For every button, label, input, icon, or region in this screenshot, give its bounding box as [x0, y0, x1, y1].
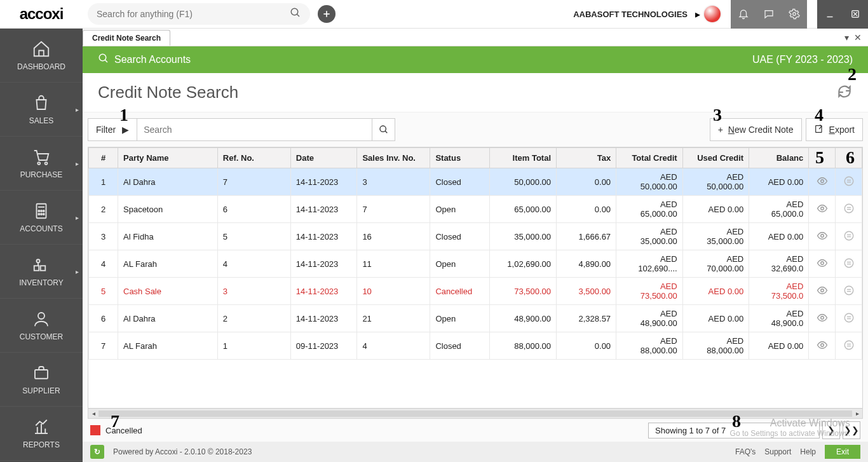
add-button[interactable] [318, 5, 336, 23]
top-right: AABASOFT TECHNOLOGIES ▸ [573, 0, 868, 29]
view-row-button[interactable] [809, 196, 836, 223]
svg-line-29 [105, 60, 107, 62]
col-party[interactable]: Party Name [118, 148, 218, 168]
global-search[interactable] [88, 3, 310, 25]
footer-help[interactable]: Help [800, 447, 816, 456]
cell-index: 6 [89, 305, 118, 332]
tab-dropdown-icon[interactable]: ▾ [844, 32, 849, 43]
refresh-button[interactable] [836, 83, 853, 102]
row-more-button[interactable] [836, 305, 862, 332]
cell-index: 4 [89, 250, 118, 278]
nav-label: DASHBOARD [17, 62, 65, 71]
cell-balance: AED 0.00 [749, 168, 809, 196]
table-row[interactable]: 1Al Dahra714-11-20233Closed50,000.000.00… [89, 168, 862, 196]
col-date[interactable]: Date [290, 148, 357, 168]
footer-faq[interactable]: FAQ's [735, 447, 756, 456]
new-credit-note-button[interactable]: + New Credit Note [710, 118, 802, 141]
view-row-button[interactable] [809, 278, 836, 305]
tab-close-icon[interactable]: ✕ [854, 32, 862, 43]
horizontal-scrollbar[interactable]: ◂ ▸ [88, 408, 862, 418]
view-row-button[interactable] [809, 305, 836, 332]
chat-icon[interactable] [756, 0, 782, 29]
chevron-right-icon: ▸ [76, 160, 79, 167]
table-search-button[interactable] [372, 118, 395, 141]
col-ref[interactable]: Ref. No. [217, 148, 290, 168]
cell-tax: 2,328.57 [557, 305, 616, 332]
nav-supplier[interactable]: SUPPLIER [0, 353, 83, 407]
col-tax[interactable]: Tax [557, 148, 616, 168]
col-used-credit[interactable]: Used Credit [682, 148, 749, 168]
table-search[interactable] [137, 118, 372, 141]
row-more-button[interactable] [836, 332, 862, 360]
export-button[interactable]: Export [806, 118, 863, 141]
global-search-input[interactable] [97, 9, 290, 19]
table-row[interactable]: 3Al Fidha514-11-202316Closed35,000.001,6… [89, 223, 862, 250]
cell-tax: 3,500.00 [557, 278, 616, 305]
nav-accounts[interactable]: ACCOUNTS ▸ [0, 191, 83, 245]
user-icon [32, 309, 51, 329]
chevron-right-icon: ▸ [76, 268, 79, 275]
nav-label: ACCOUNTS [20, 224, 62, 233]
nav-customer[interactable]: CUSTOMER [0, 299, 83, 353]
col-status[interactable]: Status [430, 148, 490, 168]
exit-button[interactable]: Exit [825, 445, 860, 459]
nav-sales[interactable]: SALES ▸ [0, 83, 83, 137]
cell-status: Closed [430, 223, 490, 250]
tab-credit-note-search[interactable]: Credit Note Search [83, 30, 170, 46]
table-search-input[interactable] [144, 125, 365, 135]
view-row-button[interactable] [809, 223, 836, 250]
table-row[interactable]: 7AL Farah109-11-20234Closed88,000.000.00… [89, 332, 862, 360]
nav-purchase[interactable]: PURCHASE ▸ [0, 137, 83, 191]
cell-item-total: 65,000.00 [490, 196, 557, 223]
cell-used-credit: AED 35,000.00 [682, 223, 749, 250]
cell-balance: AED 32,690.0 [749, 250, 809, 278]
col-item-total[interactable]: Item Total [490, 148, 557, 168]
cell-used-credit: AED 70,000.00 [682, 250, 749, 278]
row-more-button[interactable] [836, 278, 862, 305]
view-row-button[interactable] [809, 168, 836, 196]
view-row-button[interactable] [809, 332, 836, 360]
row-more-button[interactable] [836, 168, 862, 196]
nav-dashboard[interactable]: DASHBOARD [0, 29, 83, 83]
svg-point-54 [844, 313, 853, 322]
col-balance[interactable]: Balanc [749, 148, 809, 168]
filter-button[interactable]: Filter ▶ [88, 118, 137, 141]
gear-icon[interactable] [782, 0, 807, 29]
cell-ref: 1 [217, 332, 290, 360]
cell-used-credit: AED 0.00 [682, 278, 749, 305]
scroll-right-icon[interactable]: ▸ [852, 410, 862, 417]
col-total-credit[interactable]: Total Credit [616, 148, 683, 168]
search-accounts-bar: Search Accounts UAE (FY 2023 - 2023) [83, 46, 868, 73]
cell-index: 7 [89, 332, 118, 360]
pager-next-button[interactable]: ❯ [822, 421, 840, 439]
bell-icon[interactable] [731, 0, 756, 29]
table-row[interactable]: 6Al Dahra214-11-202321Open48,900.002,328… [89, 305, 862, 332]
table-row[interactable]: 4AL Farah414-11-202311Open1,02,690.004,8… [89, 250, 862, 278]
row-more-button[interactable] [836, 250, 862, 278]
search-icon [290, 7, 301, 21]
close-window-icon[interactable] [843, 0, 868, 29]
table-row[interactable]: 5Cash Sale314-11-202310Cancelled73,500.0… [89, 278, 862, 305]
svg-point-9 [37, 162, 40, 165]
scroll-left-icon[interactable]: ◂ [88, 410, 98, 417]
cell-ref: 3 [217, 278, 290, 305]
footer-support[interactable]: Support [764, 447, 791, 456]
pager-last-button[interactable]: ❯❯ [843, 421, 860, 439]
row-more-button[interactable] [836, 196, 862, 223]
scroll-track[interactable] [98, 411, 852, 417]
cell-item-total: 50,000.00 [490, 168, 557, 196]
pager-info: Showing 1 to 7 of 7 [648, 423, 820, 438]
tabbar: Credit Note Search ▾ ✕ [83, 29, 868, 46]
cell-used-credit: AED 0.00 [682, 196, 749, 223]
view-row-button[interactable] [809, 250, 836, 278]
minimize-icon[interactable] [817, 0, 843, 29]
table-row[interactable]: 2Spacetoon614-11-20237Open65,000.000.00A… [89, 196, 862, 223]
row-more-button[interactable] [836, 223, 862, 250]
nav-inventory[interactable]: INVENTORY ▸ [0, 245, 83, 299]
legend-row: 7 Cancelled 8 Showing 1 to 7 of 7 ❯ ❯❯ [83, 419, 868, 442]
company-label[interactable]: AABASOFT TECHNOLOGIES [573, 10, 688, 19]
col-index[interactable]: # [89, 148, 118, 168]
nav-reports[interactable]: REPORTS [0, 407, 83, 461]
topbar: accoxi AABASOFT TECHNOLOGIES ▸ [0, 0, 868, 29]
col-inv[interactable]: Sales Inv. No. [357, 148, 430, 168]
